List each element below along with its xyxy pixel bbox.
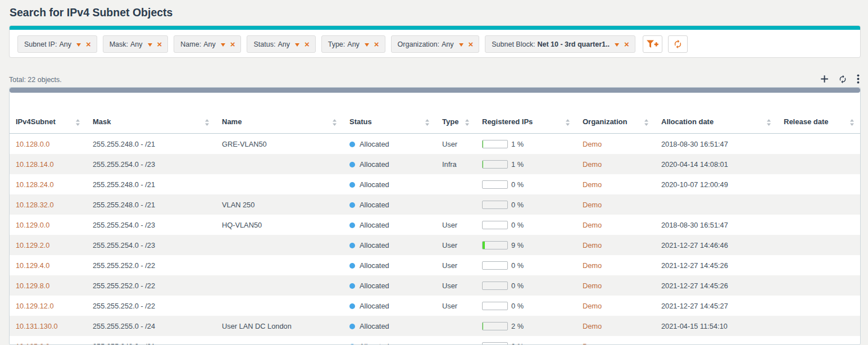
type-cell — [435, 174, 475, 194]
subnet-cell: 10.128.0.0 — [10, 134, 86, 154]
column-label: Organization — [583, 117, 627, 126]
column-header-organization[interactable]: Organization — [576, 93, 655, 134]
column-header-allocation-date[interactable]: Allocation date — [655, 93, 777, 134]
subnet-link[interactable]: 10.128.24.0 — [16, 180, 54, 189]
registered-ips-bar — [482, 140, 508, 148]
name-cell: User LAN DC London — [215, 316, 343, 336]
organization-link[interactable]: Demo — [583, 160, 602, 169]
sort-icon[interactable] — [204, 119, 210, 126]
filter-chip-value: Any — [203, 40, 216, 48]
subnet-cell: 10.129.8.0 — [10, 275, 86, 296]
sort-icon[interactable] — [332, 119, 337, 126]
remove-filter-icon[interactable]: × — [157, 40, 162, 48]
sort-icon[interactable] — [644, 119, 649, 126]
subnet-link[interactable]: 10.129.4.0 — [16, 261, 50, 270]
column-header-release-date[interactable]: Release date — [777, 93, 860, 134]
organization-link[interactable]: Demo — [583, 302, 602, 310]
organization-link[interactable]: Demo — [583, 201, 602, 209]
chevron-down-icon[interactable] — [365, 43, 369, 47]
remove-filter-icon[interactable]: × — [305, 40, 310, 48]
chevron-down-icon[interactable] — [148, 43, 152, 47]
remove-filter-icon[interactable]: × — [469, 40, 474, 48]
add-filter-button[interactable] — [643, 35, 662, 53]
chevron-down-icon[interactable] — [76, 43, 81, 47]
add-object-button[interactable] — [820, 75, 829, 83]
total-count: Total: 22 objects. — [9, 76, 62, 84]
registered-ips-percent: 1 % — [511, 160, 524, 169]
sort-icon[interactable] — [849, 119, 855, 126]
sort-icon[interactable] — [425, 119, 430, 126]
column-header-ipv4subnet[interactable]: IPv4Subnet — [10, 93, 86, 134]
registered-ips-percent: 0 % — [511, 221, 524, 229]
refresh-icon — [838, 75, 847, 84]
mask-cell: 255.255.252.0 - /22 — [86, 275, 215, 296]
filter-chip-value: Any — [130, 40, 143, 48]
organization-link[interactable]: Demo — [583, 342, 602, 345]
registered-ips-cell: 9 % — [475, 235, 576, 255]
subnet-link[interactable]: 10.129.2.0 — [16, 241, 50, 249]
filter-chip-type[interactable]: Type:Any× — [321, 35, 385, 53]
more-options-button[interactable] — [857, 74, 860, 84]
allocation-date-cell: 2021-12-27 14:45:26 — [655, 255, 777, 275]
status-label: Allocated — [360, 302, 389, 310]
remove-filter-icon[interactable]: × — [624, 40, 629, 48]
registered-ips-bar — [482, 201, 508, 209]
name-cell — [215, 275, 343, 296]
registered-ips-cell: 0 % — [475, 255, 576, 275]
organization-link[interactable]: Demo — [583, 180, 602, 189]
remove-filter-icon[interactable]: × — [230, 40, 235, 48]
chevron-down-icon[interactable] — [221, 43, 225, 47]
mask-cell: 255.255.254.0 - /23 — [86, 215, 215, 235]
subnet-link[interactable]: 10.128.0.0 — [16, 140, 50, 148]
filter-chip-mask[interactable]: Mask:Any× — [103, 35, 169, 53]
column-header-status[interactable]: Status — [343, 93, 435, 134]
panel-accent-bar — [10, 26, 860, 30]
filter-chip-organization[interactable]: Organization:Any× — [391, 35, 480, 53]
sort-icon[interactable] — [75, 119, 80, 126]
subnet-link[interactable]: 10.128.32.0 — [16, 201, 54, 209]
refresh-filters-button[interactable] — [668, 35, 688, 53]
organization-link[interactable]: Demo — [583, 322, 602, 330]
column-header-name[interactable]: Name — [215, 93, 343, 134]
organization-link[interactable]: Demo — [583, 140, 602, 148]
remove-filter-icon[interactable]: × — [86, 40, 91, 48]
type-cell — [435, 336, 475, 345]
subnet-link[interactable]: 10.128.14.0 — [16, 160, 54, 169]
organization-link[interactable]: Demo — [583, 261, 602, 270]
organization-cell: Demo — [576, 296, 655, 316]
column-header-registered-ips[interactable]: Registered IPs — [475, 93, 576, 134]
subnet-link[interactable]: 10.135.0.0 — [16, 342, 50, 345]
organization-link[interactable]: Demo — [583, 282, 602, 290]
status-dot-icon — [349, 324, 355, 329]
type-cell: User — [435, 235, 475, 255]
filter-chip-status[interactable]: Status:Any× — [247, 35, 315, 53]
filter-chip-value: Any — [59, 40, 71, 48]
chevron-down-icon[interactable] — [295, 43, 299, 47]
subnet-link[interactable]: 10.129.12.0 — [16, 302, 54, 310]
refresh-list-button[interactable] — [838, 75, 847, 84]
table-row: 10.129.2.0255.255.254.0 - /23AllocatedUs… — [10, 235, 860, 255]
page: Search for IPv4 Subnet Objects Subnet IP… — [0, 0, 868, 345]
column-header-type[interactable]: Type — [435, 93, 475, 134]
subnet-link[interactable]: 10.129.8.0 — [16, 282, 50, 290]
horizontal-scrollbar[interactable] — [10, 88, 860, 93]
status-label: Allocated — [360, 342, 389, 345]
remove-filter-icon[interactable]: × — [374, 40, 379, 48]
subnet-link[interactable]: 10.131.130.0 — [16, 322, 58, 330]
list-toolbar: Total: 22 objects. — [9, 74, 861, 85]
chevron-down-icon[interactable] — [615, 43, 619, 47]
sort-icon[interactable] — [465, 119, 470, 126]
chevron-down-icon[interactable] — [459, 43, 463, 47]
filter-chip-subnet-block[interactable]: Subnet Block:Net 10 - 3rd quarter1..× — [485, 35, 635, 53]
organization-link[interactable]: Demo — [583, 241, 602, 249]
release-date-cell — [777, 336, 860, 345]
filter-chip-subnet-ip[interactable]: Subnet IP:Any× — [17, 35, 97, 53]
column-header-mask[interactable]: Mask — [86, 93, 215, 134]
organization-link[interactable]: Demo — [583, 221, 602, 229]
organization-cell: Demo — [576, 235, 655, 255]
filter-chip-name[interactable]: Name:Any× — [174, 35, 241, 53]
sort-icon[interactable] — [766, 119, 771, 126]
release-date-cell — [777, 194, 860, 215]
subnet-link[interactable]: 10.129.0.0 — [16, 221, 50, 229]
sort-icon[interactable] — [565, 119, 570, 126]
